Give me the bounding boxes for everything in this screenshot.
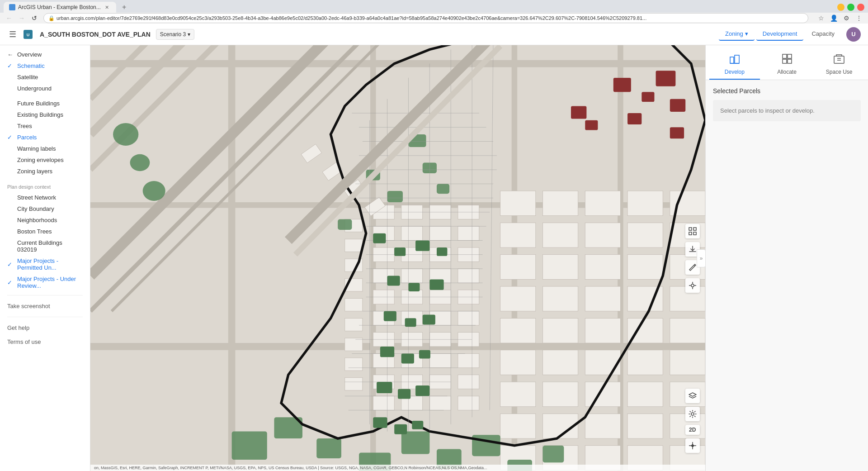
location-button[interactable]	[685, 438, 700, 453]
take-screenshot-action[interactable]: Take screenshot	[0, 299, 90, 313]
user-avatar[interactable]: U	[846, 27, 861, 42]
sidebar-item-trees[interactable]: Trees	[0, 120, 90, 132]
svg-rect-91	[429, 396, 451, 410]
svg-rect-50	[627, 382, 663, 407]
sidebar-item-satellite[interactable]: Satellite	[0, 71, 90, 83]
address-bar: ← → ↺ 🔒 urban.arcgis.com/plan-editor/7de…	[0, 13, 868, 24]
tab-allocate[interactable]: Allocate	[762, 49, 812, 80]
new-tab-button[interactable]: +	[118, 2, 131, 13]
develop-icon	[728, 52, 741, 67]
svg-rect-46	[627, 255, 663, 280]
svg-rect-192	[408, 283, 420, 291]
sidebar-item-schematic[interactable]: ✓ Schematic	[0, 60, 90, 71]
svg-rect-66	[401, 226, 423, 240]
maximize-button[interactable]: □	[847, 4, 854, 11]
svg-rect-224	[788, 59, 792, 63]
url-bar[interactable]: 🔒 urban.arcgis.com/plan-editor/7de2769e2…	[43, 13, 808, 23]
svg-rect-51	[627, 414, 663, 438]
svg-rect-103	[345, 239, 363, 252]
collapse-sidebar-button[interactable]: »	[697, 249, 705, 267]
sidebar-item-major-projects-permitted[interactable]: ✓ Major Projects - Permitted Un...	[0, 255, 90, 273]
sidebar-item-parcels[interactable]: ✓ Parcels	[0, 132, 90, 143]
reload-button[interactable]: ↺	[29, 13, 40, 24]
sidebar-item-major-projects-review[interactable]: ✓ Major Projects - Under Review...	[0, 273, 90, 291]
svg-rect-203	[373, 417, 387, 428]
svg-rect-200	[377, 382, 392, 393]
svg-rect-89	[373, 396, 394, 410]
layers-button[interactable]	[685, 389, 700, 403]
svg-rect-29	[500, 318, 536, 343]
settings-button[interactable]	[685, 407, 700, 421]
svg-rect-202	[415, 385, 429, 396]
tab-capacity[interactable]: Capacity	[805, 28, 841, 41]
tab-development[interactable]: Development	[756, 28, 804, 41]
svg-rect-72	[401, 269, 423, 283]
svg-rect-204	[394, 424, 407, 434]
bookmarks-icon[interactable]: ☆	[816, 13, 826, 24]
svg-point-212	[691, 284, 694, 287]
sidebar-item-neighborhoods[interactable]: Neighborhoods	[0, 214, 90, 226]
left-sidebar: ← Overview ✓ Schematic Satellite Undergr…	[0, 45, 90, 471]
close-button[interactable]: ✕	[857, 4, 864, 11]
empty-state: Select parcels to inspect or develop.	[713, 100, 861, 121]
menu-icon[interactable]: ⋮	[854, 13, 864, 24]
sidebar-item-boston-trees[interactable]: Boston Trees	[0, 226, 90, 237]
svg-rect-23	[500, 255, 536, 280]
forward-button[interactable]: →	[16, 13, 27, 24]
terms-of-use-action[interactable]: Terms of use	[0, 335, 90, 349]
sidebar-item-warning-labels[interactable]: Warning labels	[0, 143, 90, 154]
2d-button[interactable]: 2D	[685, 425, 700, 435]
extensions-icon[interactable]: ⚙	[841, 13, 852, 24]
svg-rect-138	[401, 431, 430, 454]
svg-point-120	[143, 181, 165, 201]
scenario-dropdown[interactable]: Scenario 3 ▾	[156, 29, 194, 40]
tab-space-use[interactable]: Space Use	[814, 49, 864, 80]
svg-rect-40	[585, 414, 620, 438]
svg-rect-101	[458, 396, 479, 410]
svg-rect-189	[415, 240, 429, 251]
svg-rect-34	[585, 350, 620, 375]
tab-zoning[interactable]: Zoning ▾	[719, 28, 755, 41]
svg-rect-146	[387, 191, 403, 202]
svg-rect-198	[401, 354, 414, 364]
svg-text:U: U	[27, 33, 30, 37]
get-help-action[interactable]: Get help	[0, 321, 90, 335]
profile-icon[interactable]: 👤	[828, 13, 839, 24]
arcgis-logo-icon: U	[24, 30, 33, 39]
svg-rect-107	[345, 318, 363, 331]
svg-rect-58	[670, 350, 705, 375]
browser-chrome: ArcGIS Urban - Example Boston... ✕ + − □…	[0, 0, 868, 24]
sidebar-item-city-boundary[interactable]: City Boundary	[0, 203, 90, 214]
sidebar-item-overview[interactable]: ← Overview	[0, 49, 90, 60]
browser-actions: ☆ 👤 ⚙ ⋮	[816, 13, 864, 24]
sidebar-item-zoning-layers[interactable]: Zoning layers	[0, 166, 90, 177]
sidebar-item-current-buildings[interactable]: Current Buildings 032019	[0, 237, 90, 255]
sidebar-item-underground[interactable]: Underground	[0, 83, 90, 94]
svg-rect-35	[500, 382, 536, 407]
svg-rect-154	[642, 92, 654, 102]
tab-close-button[interactable]: ✕	[104, 4, 111, 11]
allocate-icon	[781, 52, 793, 67]
check-review-icon: ✓	[7, 279, 14, 286]
svg-rect-205	[412, 421, 423, 429]
svg-rect-85	[429, 354, 451, 368]
sidebar-item-zoning-envelopes[interactable]: Zoning envelopes	[0, 154, 90, 166]
svg-rect-199	[419, 350, 430, 359]
sidebar-item-future-buildings[interactable]: Future Buildings	[0, 98, 90, 109]
tab-favicon	[9, 4, 15, 10]
sidebar-divider2	[7, 317, 83, 317]
plan-name: A_SOUTH BOSTON_DOT AVE_PLAN	[40, 31, 151, 38]
extent-button[interactable]	[685, 224, 700, 238]
tab-develop[interactable]: Develop	[709, 49, 760, 80]
active-tab[interactable]: ArcGIS Urban - Example Boston... ✕	[4, 2, 116, 13]
svg-rect-218	[730, 57, 734, 63]
map-area[interactable]: 2D » on, MassGIS, Esri, HERE, Garmin, Sa…	[90, 45, 705, 471]
sidebar-item-street-network[interactable]: Street Network	[0, 192, 90, 203]
back-button[interactable]: ←	[4, 13, 14, 24]
sidebar-item-existing-buildings[interactable]: Existing Buildings	[0, 109, 90, 120]
hamburger-menu-icon[interactable]: ☰	[7, 28, 18, 41]
svg-rect-97	[458, 311, 479, 325]
minimize-button[interactable]: −	[837, 4, 844, 11]
crosshair-button[interactable]	[685, 278, 700, 293]
svg-rect-223	[783, 59, 787, 63]
